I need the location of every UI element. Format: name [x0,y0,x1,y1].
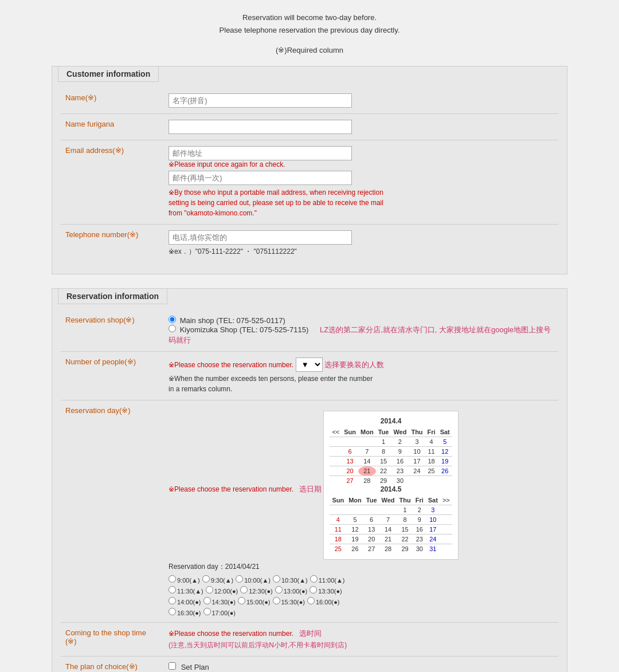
top-notice-line1: Reservation will become two-day before. [52,11,567,24]
email-value-cell: ※Please input once again for a check. ※B… [164,140,558,225]
phone-label: Telephone number(※) [61,225,164,263]
furigana-input[interactable] [169,120,352,134]
email-confirm-input[interactable] [169,171,352,185]
name-row: Name(※) [61,88,558,114]
shop-time-warning: (注意,当天到店时间可以前后浮动N小时,不用卡着时间到店) [169,640,554,650]
time-slots-container: 9:00(▲) 9:30(▲) 10:00(▲) 10:30(▲) 11:00(… [169,575,363,616]
required-notice: (※)Required column [52,46,567,54]
time-slot-1200[interactable]: 12:00(●) [206,586,238,595]
time-slot-1400[interactable]: 14:00(●) [169,597,201,606]
email-check-note: ※Please input once again for a check. [169,160,554,168]
time-slot-1000[interactable]: 10:00(▲) [236,575,271,584]
people-row: Number of people(※) ※Please choose the r… [61,352,558,400]
shop-value-cell: Main shop (TEL: 075-525-0117) Kiyomizuka… [164,310,558,352]
calendar-april: 2014.4 << Sun Mon Tue Wed Thu Fri [330,417,452,485]
shop-label: Reservation shop(※) [61,310,164,352]
phone-row: Telephone number(※) ※ex．）"075-111-2222" … [61,225,558,263]
page-wrapper: Reservation will become two-day before. … [52,11,567,672]
customer-section-title: Customer information [58,66,159,82]
email-row: Email address(※) ※Please input once agai… [61,140,558,225]
top-notice-line2: Please telephone reservation the previou… [52,24,567,37]
plan-value-cell: Set Plan Select Plan Full-Scale Attire P… [164,657,558,672]
phone-input[interactable] [169,230,352,245]
time-slot-1430[interactable]: 14:30(●) [203,597,236,606]
shop-time-note: ※Please choose the reservation number. [169,630,293,638]
day-note: ※Please choose the reservation number. [169,485,293,493]
people-label: Number of people(※) [61,352,164,400]
time-slot-1100[interactable]: 11:00(▲) [310,575,345,584]
shop-radio-2[interactable] [169,325,176,332]
time-slot-1600[interactable]: 16:00(●) [307,597,340,606]
furigana-row: Name furigana [61,114,558,140]
furigana-label: Name furigana [61,114,164,140]
april-calendar-table: << Sun Mon Tue Wed Thu Fri Sat [330,427,452,485]
time-slot-930[interactable]: 9:30(▲) [202,575,234,584]
cal-april-w4: 20 21 22 23 24 25 26 [330,466,452,476]
time-slot-1300[interactable]: 13:00(●) [275,586,308,595]
cal-may-w4: 18 19 20 21 22 23 24 [330,535,452,544]
cal-may-w3: 11 12 13 14 15 16 17 [330,525,452,535]
people-cn-note: 选择要换装的人数 [324,360,384,369]
customer-section-header: Customer information [52,66,567,82]
reservation-section-title: Reservation information [58,288,167,304]
april-title: 2014.4 [330,417,452,425]
people-select[interactable]: ▼ 123 456 789 10 [296,357,323,372]
time-slot-1030[interactable]: 10:30(▲) [273,575,308,584]
reservation-section-header: Reservation information [52,289,567,304]
day-value-cell: ※Please choose the reservation number. 选… [164,400,558,623]
top-notice: Reservation will become two-day before. … [52,11,567,37]
reservation-section: Reservation information Reservation shop… [52,288,567,672]
time-slot-1700[interactable]: 17:00(●) [203,608,236,616]
shop-radio-group: Main shop (TEL: 075-525-0117) Kiyomizuka… [169,316,554,345]
time-slot-1530[interactable]: 15:30(●) [273,597,305,606]
cal-april-w2: 6 7 8 9 10 11 12 [330,447,452,457]
time-slot-1630[interactable]: 16:30(●) [169,608,201,616]
time-slot-1230[interactable]: 12:30(●) [240,586,273,595]
time-slot-1500[interactable]: 15:00(●) [238,597,271,606]
time-slot-1330[interactable]: 13:30(●) [310,586,342,595]
people-select-row: ※Please choose the reservation number. ▼… [169,357,554,372]
may-title: 2014.5 [330,485,452,493]
reservation-form-table: Reservation shop(※) Main shop (TEL: 075-… [61,310,558,672]
shop-row: Reservation shop(※) Main shop (TEL: 075-… [61,310,558,352]
shop-option-2[interactable]: Kiyomizuka Shop (TEL: 075-525-7115) [169,325,311,334]
shop-option-1[interactable]: Main shop (TEL: 075-525-0117) [169,316,285,325]
calendar-may: 2014.5 Sun Mon Tue Wed Thu Fri Sat [330,485,452,553]
plan-row: The plan of choice(※) Set Plan Select Pl… [61,657,558,672]
time-slot-1130[interactable]: 11:30(▲) [169,586,203,595]
cal-april-w3: 13 14 15 16 17 18 19 [330,457,452,466]
shop-time-row: Coming to the shop time (※) ※Please choo… [61,623,558,657]
shop-time-cn: 选时间 [299,629,322,638]
plan-set-checkbox[interactable] [169,662,176,670]
next-month-btn[interactable]: >> [440,496,452,505]
plan-checkbox-group: Set Plan Select Plan Full-Scale Attire P… [169,662,554,672]
furigana-value-cell [164,114,558,140]
prev-month-btn[interactable]: << [330,427,342,437]
people-warning: ※When the number exceeds ten persons, pl… [169,374,375,394]
may-calendar-table: Sun Mon Tue Wed Thu Fri Sat >> [330,496,452,553]
cal-may-w5: 25 26 27 28 29 30 31 [330,544,452,554]
people-value-cell: ※Please choose the reservation number. ▼… [164,352,558,400]
cal-header-row: << Sun Mon Tue Wed Thu Fri Sat [330,427,452,437]
cal-april-w1: 1 2 3 4 5 [330,437,452,447]
customer-form-table: Name(※) Name furigana Email address(※) ※… [61,88,558,262]
shop-radio-1[interactable] [169,316,176,323]
day-cn-note: 选日期 [299,485,322,493]
name-input[interactable] [169,93,352,108]
time-slot-900[interactable]: 9:00(▲) [169,575,200,584]
email-label: Email address(※) [61,140,164,225]
day-row: Reservation day(※) ※Please choose the re… [61,400,558,623]
phone-value-cell: ※ex．）"075-111-2222" ・ "0751112222" [164,225,558,263]
phone-example: ※ex．）"075-111-2222" ・ "0751112222" [169,246,554,257]
plan-set-label[interactable]: Set Plan [169,662,554,671]
email-warning: ※By those who input a portable mail addr… [169,187,386,218]
cal-april-w5: 27 28 29 30 [330,476,452,486]
calendar-container: 2014.4 << Sun Mon Tue Wed Thu Fri [323,411,458,560]
day-label: Reservation day(※) [61,400,164,623]
cal-may-w2: 4 5 6 7 8 9 10 [330,515,452,525]
plan-label: The plan of choice(※) [61,657,164,672]
shop-time-label: Coming to the shop time (※) [61,623,164,657]
shop-time-value-cell: ※Please choose the reservation number. 选… [164,623,558,657]
email-input[interactable] [169,146,352,160]
reservation-day-display: Reservation day：2014/04/21 [169,562,554,572]
